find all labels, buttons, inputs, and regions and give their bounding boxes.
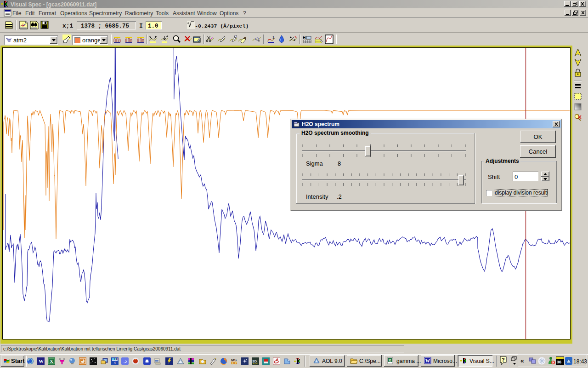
- svg-text:X: X: [50, 358, 53, 364]
- svg-text:?: ?: [502, 357, 505, 362]
- svg-text:W: W: [39, 358, 44, 364]
- svg-text:H: H: [303, 35, 306, 40]
- svg-text:1: 1: [272, 35, 275, 40]
- svg-text:X: X: [389, 358, 391, 362]
- svg-text:3D: 3D: [252, 359, 257, 363]
- svg-text:W: W: [425, 358, 430, 363]
- svg-text:4: 4: [114, 361, 116, 364]
